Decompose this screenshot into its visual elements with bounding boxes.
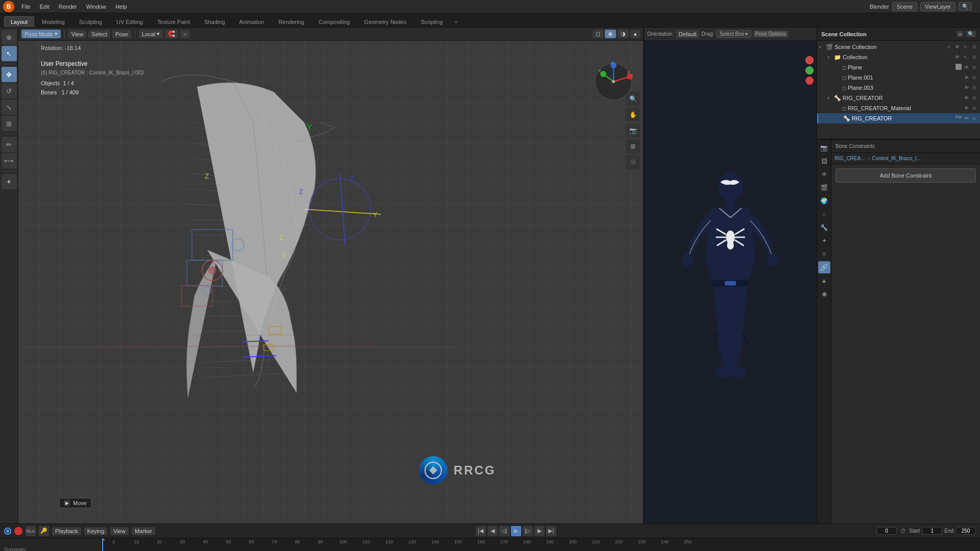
end-frame-input[interactable] [955,527,976,535]
ps-material-icon[interactable]: ◉ [818,288,830,300]
sc-item-rig-creator-active[interactable]: ▶ 🦴 RIG_CREATOR PM 👁 ⊙ [817,113,980,123]
tl-nla-btn[interactable]: NLA [26,526,36,536]
oi-c-sel[interactable]: ↖ [962,54,969,61]
scene-selector[interactable]: Scene [892,2,917,11]
move-tool[interactable]: ✥ [2,67,17,82]
viewlayer-selector[interactable]: ViewLayer [920,2,955,11]
oi-filter[interactable]: ⌾ [945,43,952,51]
extra-tool[interactable]: ✦ [2,174,17,189]
secondary-viewport[interactable]: Orientation: Default Drag: Select Box ▾ … [643,28,817,523]
prev-frame-btn[interactable]: ◀ [487,526,498,536]
zoom-in-btn[interactable]: 🔍 [626,92,640,106]
bc-bone[interactable]: Control_IK_Brazo_I... [872,156,921,161]
prev-key-btn[interactable]: ◁| [499,526,509,536]
tab-modeling[interactable]: Modeling [35,16,71,27]
ortho-btn[interactable]: ⊞ [626,139,640,154]
ps-data-icon[interactable]: ▲ [818,274,830,287]
tl-key-btn[interactable]: 🔑 [39,526,49,536]
oi-plane-hide[interactable]: ⊙ [971,64,978,71]
ps-modifier-icon[interactable]: 🔧 [818,221,830,234]
oi-p003-hide[interactable]: ⊙ [971,84,978,91]
tl-ruler[interactable]: 0 10 20 30 40 50 60 70 80 90 100 110 120… [102,538,980,551]
viewport-shading-solid[interactable]: ◉ [605,30,616,38]
next-frame-btn[interactable]: ▶ [534,526,545,536]
oi-rig-hide[interactable]: ⊙ [971,94,978,102]
ps-scene-icon[interactable]: 🎬 [818,182,830,194]
viewport-shading-material[interactable]: ◑ [618,30,629,38]
ps-view-icon[interactable]: 👁 [818,168,830,181]
ps-render-icon[interactable]: 📷 [818,142,830,154]
menu-edit[interactable]: Edit [36,3,54,11]
tab-texture-paint[interactable]: Texture Paint [151,16,197,27]
current-frame-input[interactable] [876,527,897,535]
sc-item-collection[interactable]: ▾ 📁 Collection 👁 ↖ ⊙ [817,52,980,62]
sc-item-scene-collection[interactable]: ▾ 🎬 Scene Collection ⌾ 👁 ↖ ⊙ [817,42,980,52]
tab-scripting[interactable]: Scripting [414,16,449,27]
play-btn[interactable]: ▶ [511,526,521,536]
bc-rig[interactable]: RIG_CREA... [835,156,865,161]
jump-end-btn[interactable]: ▶| [546,526,556,536]
orientation-btn[interactable]: Default [676,30,700,38]
sc-item-rig-mat[interactable]: ▶ ◻ RIG_CREATOR_Material 👁 ⊙ [817,103,980,113]
tab-sculpting[interactable]: Sculpting [72,16,109,27]
oi-rig-eye[interactable]: 👁 [963,94,970,102]
proportional-btn[interactable]: ○ [180,30,190,38]
oi-c-eye[interactable]: 👁 [953,54,961,61]
keying-menu[interactable]: Keying [84,527,108,535]
ps-constraint-icon[interactable]: 🔗 [818,261,830,273]
pose-options-btn[interactable]: Pose Options [753,31,788,37]
local-view-btn[interactable]: ☉ [626,155,640,169]
view-menu[interactable]: View [68,30,87,38]
oi-active-hide[interactable]: ⊙ [971,115,978,122]
cursor-tool[interactable]: ⊕ [2,30,17,45]
oi-sel[interactable]: ↖ [962,43,969,51]
grab-btn[interactable]: ✋ [626,108,640,122]
color-dot-green[interactable] [805,66,814,74]
search-btn[interactable]: 🔍 [959,2,972,11]
ps-output-icon[interactable]: 🖼 [818,155,830,167]
next-key-btn[interactable]: |▷ [523,526,533,536]
viewport-shading-render[interactable]: ● [630,30,640,38]
rotate-tool[interactable]: ↺ [2,83,17,98]
jump-start-btn[interactable]: |◀ [476,526,486,536]
sc-item-plane[interactable]: ▶ ◻ Plane 👁 ⊙ [817,62,980,72]
pose-menu[interactable]: Pose [112,30,131,38]
tab-shading[interactable]: Shading [198,16,231,27]
color-dot-red2[interactable] [805,77,814,85]
secondary-canvas[interactable] [644,41,817,523]
outliner-filter[interactable]: ⌾ [957,31,964,37]
orientation-selector[interactable]: Local ▾ [139,30,163,38]
oi-active-eye[interactable]: 👁 [963,115,970,122]
menu-file[interactable]: File [17,3,35,11]
select-menu[interactable]: Select [88,30,110,38]
oi-rigmat-hide[interactable]: ⊙ [971,105,978,112]
oi-p001-hide[interactable]: ⊙ [971,74,978,81]
ps-particles-icon[interactable]: ✦ [818,235,830,247]
select-tool[interactable]: ↖ [2,46,17,61]
scale-tool[interactable]: ⤡ [2,99,17,115]
tab-layout[interactable]: Layout [4,16,34,27]
select-box-btn[interactable]: Select Box ▾ [716,30,751,38]
menu-window[interactable]: Window [82,3,110,11]
color-dot-red[interactable] [805,56,814,64]
tab-compositing[interactable]: Compositing [312,16,356,27]
ps-object-icon[interactable]: ○ [818,208,830,220]
playback-menu[interactable]: Playback [52,527,81,535]
outliner-search[interactable]: 🔍 [966,31,976,37]
oi-plane-eye[interactable]: 👁 [963,64,970,71]
record-btn[interactable] [14,527,22,535]
oi-c-hide[interactable]: ⊙ [971,54,978,61]
viewport-canvas[interactable]: Rotation: -18.14 User Perspective (0) RI… [18,41,643,523]
oi-p001-eye[interactable]: 👁 [963,74,970,81]
oi-p003-eye[interactable]: 👁 [963,84,970,91]
viewport-shading-wire[interactable]: ◻ [593,30,603,38]
main-viewport[interactable]: Pose Mode ▾ View Select Pose Local ▾ 🧲 ○… [18,28,643,523]
marker-menu[interactable]: Marker [132,527,155,535]
start-frame-input[interactable] [922,527,942,535]
view-menu-tl[interactable]: View [110,527,129,535]
oi-hide[interactable]: ⊙ [971,43,978,51]
ps-world-icon[interactable]: 🌍 [818,195,830,207]
add-workspace-tab[interactable]: + [450,17,461,27]
tab-animation[interactable]: Animation [233,16,271,27]
tab-geometry-nodes[interactable]: Geometry Nodes [357,16,413,27]
